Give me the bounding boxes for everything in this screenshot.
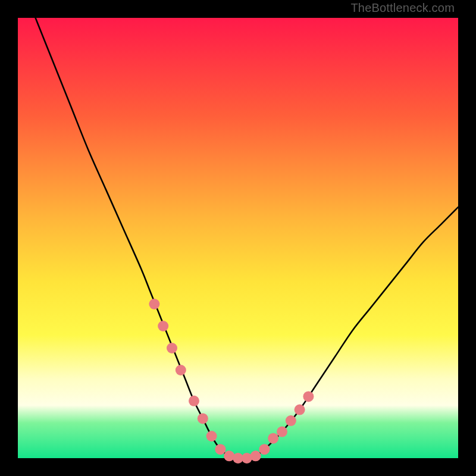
highlight-marker <box>176 365 186 375</box>
highlight-marker <box>158 321 168 331</box>
highlight-marker <box>206 431 217 441</box>
highlight-marker <box>167 343 177 353</box>
highlight-markers <box>149 299 314 464</box>
highlight-marker <box>286 415 296 426</box>
highlight-marker <box>295 405 305 415</box>
plot-area <box>18 18 458 458</box>
highlight-marker <box>215 444 226 455</box>
highlight-marker <box>277 427 287 437</box>
highlight-marker <box>189 396 199 406</box>
highlight-marker <box>250 450 261 461</box>
highlight-marker <box>259 444 270 455</box>
chart-svg <box>18 18 458 458</box>
bottleneck-curve <box>36 18 458 458</box>
watermark-text: TheBottleneck.com <box>350 1 455 15</box>
highlight-marker <box>303 391 314 402</box>
highlight-marker <box>149 299 159 309</box>
highlight-marker <box>268 433 278 444</box>
highlight-marker <box>198 413 208 424</box>
